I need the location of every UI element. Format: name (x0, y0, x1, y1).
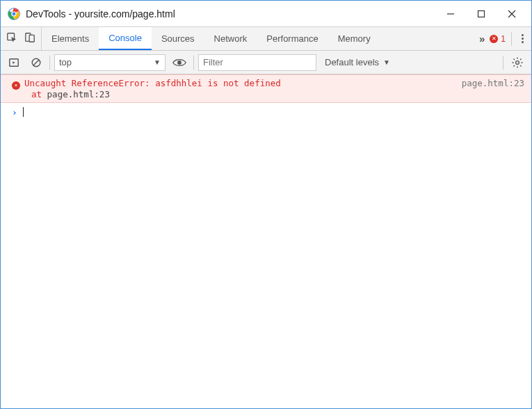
error-dot-icon (490, 35, 498, 43)
tab-sources[interactable]: Sources (152, 27, 204, 50)
log-levels-selector[interactable]: Default levels ▼ (321, 54, 394, 71)
tabs-trailing: » 1 (475, 27, 531, 50)
svg-marker-11 (13, 61, 15, 64)
divider (193, 56, 194, 70)
context-value: top (59, 57, 72, 67)
tab-elements[interactable]: Elements (42, 27, 99, 50)
svg-point-2 (12, 12, 16, 16)
maximize-button[interactable] (466, 3, 497, 24)
inspect-element-icon[interactable] (6, 32, 17, 45)
error-at-label: at (31, 89, 42, 99)
close-button[interactable] (497, 3, 527, 24)
devtools-tabs: Elements Console Sources Network Perform… (1, 27, 531, 51)
console-settings-icon[interactable] (508, 54, 527, 71)
chrome-icon (8, 8, 20, 20)
clear-console-icon[interactable] (27, 54, 45, 71)
prompt-caret-icon: › (12, 107, 17, 118)
text-cursor (23, 107, 24, 117)
toggle-drawer-icon[interactable] (5, 54, 23, 71)
chevron-down-icon: ▼ (154, 58, 161, 66)
error-icon (12, 81, 20, 90)
error-count-number: 1 (501, 34, 506, 44)
svg-point-15 (516, 61, 519, 64)
console-prompt[interactable]: › (1, 103, 531, 122)
error-count-badge[interactable]: 1 (490, 34, 506, 44)
divider (511, 32, 512, 46)
tab-console[interactable]: Console (99, 27, 152, 50)
error-at-location[interactable]: page.html:23 (47, 89, 110, 99)
tab-network[interactable]: Network (204, 27, 257, 50)
chevron-down-icon: ▼ (383, 58, 390, 66)
window-controls (435, 3, 527, 24)
window-title: DevTools - yoursite.com/page.html (26, 8, 435, 19)
console-toolbar: top ▼ Default levels ▼ (1, 51, 531, 74)
error-message: Uncaught ReferenceError: asfdhhlei is no… (24, 78, 281, 88)
device-toolbar-icon[interactable] (24, 32, 35, 45)
more-tabs-icon[interactable]: » (479, 33, 484, 45)
minimize-button[interactable] (435, 3, 466, 24)
kebab-menu-icon[interactable] (517, 34, 527, 43)
svg-point-14 (177, 61, 182, 65)
svg-line-13 (33, 59, 39, 65)
divider (503, 56, 503, 70)
tab-performance[interactable]: Performance (257, 27, 328, 50)
divider (49, 56, 50, 70)
levels-label: Default levels (325, 57, 379, 67)
error-source-link[interactable]: page.html:23 (448, 78, 524, 99)
svg-rect-9 (29, 35, 34, 42)
tab-memory[interactable]: Memory (328, 27, 380, 50)
filter-input[interactable] (198, 54, 316, 71)
context-selector[interactable]: top ▼ (54, 54, 166, 71)
console-error-entry[interactable]: Uncaught ReferenceError: asfdhhlei is no… (1, 74, 531, 103)
live-expression-icon[interactable] (170, 54, 189, 71)
svg-rect-4 (478, 10, 485, 17)
window-titlebar: DevTools - yoursite.com/page.html (1, 1, 531, 27)
tabs-leading (1, 27, 42, 50)
